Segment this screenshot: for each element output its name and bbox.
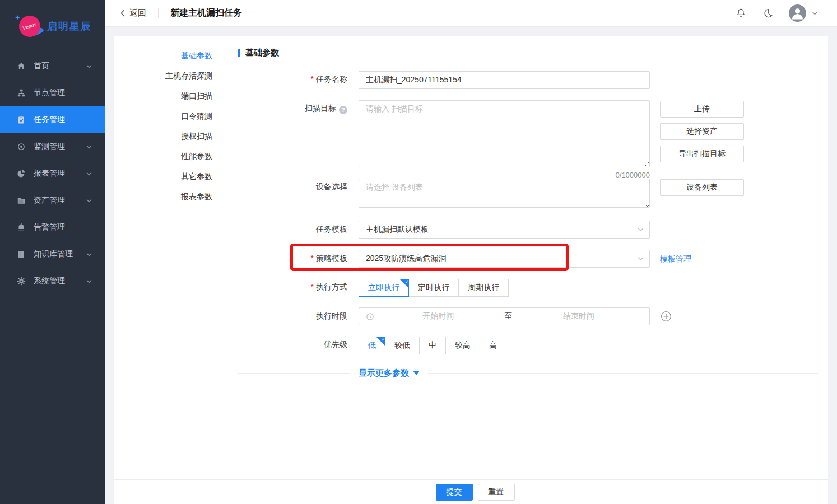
sidebar-item-monitor[interactable]: 监测管理 (0, 133, 105, 160)
policy-template-select[interactable]: 2025攻防演练高危漏洞 (359, 250, 650, 268)
check-icon: ✓ (381, 337, 385, 342)
sidebar-item-label: 告警管理 (34, 222, 105, 232)
brand-name: 启明星辰 (47, 20, 92, 33)
form-footer: 提交 重置 (114, 479, 828, 504)
selected-corner-icon: ✓ (376, 337, 385, 346)
sidebar-item-label: 系统管理 (34, 276, 86, 286)
priority-option-low[interactable]: 低✓ (359, 337, 385, 354)
scan-target-label: 扫描目标? (114, 100, 347, 114)
divider (238, 373, 350, 374)
sidebar-item-label: 知识库管理 (34, 249, 86, 259)
divider (428, 373, 818, 374)
task-name-row: *任务名称 (114, 71, 650, 89)
avatar (789, 4, 806, 22)
required-asterisk: * (311, 74, 314, 83)
exec-mode-option-periodic[interactable]: 周期执行 (458, 279, 509, 297)
submit-button[interactable]: 提交 (436, 484, 473, 501)
user-menu[interactable] (789, 4, 818, 22)
exec-mode-segmented: 立即执行✓ 定时执行 周期执行 (359, 279, 650, 297)
chevron-down-icon (86, 199, 92, 203)
sidebar-item-label: 监测管理 (34, 142, 86, 152)
device-list-button[interactable]: 设备列表 (660, 179, 744, 196)
sidebar: ✦ Venus 启明星辰 首页 节点管理 任务管理 (0, 0, 105, 504)
report-icon (17, 169, 26, 178)
check-icon: ✓ (404, 279, 409, 284)
sidebar-item-label: 节点管理 (34, 88, 105, 98)
device-select-row: 设备选择 (114, 179, 650, 209)
sidebar-item-label: 资产管理 (34, 195, 86, 206)
start-time-placeholder: 开始时间 (374, 311, 503, 321)
task-name-input[interactable] (359, 71, 650, 89)
back-button[interactable]: 返回 (120, 8, 146, 18)
select-assets-button[interactable]: 选择资产 (660, 123, 744, 140)
anchor-basic-params[interactable]: 基础参数 (114, 45, 226, 66)
scan-target-row: 扫描目标? 0/1000000 (114, 100, 650, 179)
sidebar-item-nodes[interactable]: 节点管理 (0, 80, 105, 106)
logo-sparkle-icon: ✦ (15, 13, 21, 22)
template-manage-link[interactable]: 模板管理 (660, 250, 691, 268)
chevron-down-icon (86, 64, 92, 68)
export-targets-button[interactable]: 导出扫描目标 (660, 146, 744, 162)
section-accent-bar (238, 49, 240, 57)
sidebar-item-label: 首页 (34, 61, 86, 71)
upload-button[interactable]: 上传 (660, 101, 744, 118)
sidebar-item-system[interactable]: 系统管理 (0, 268, 105, 295)
help-question-icon[interactable]: ? (339, 106, 347, 114)
logo-venus-text: Venus (22, 21, 37, 31)
chevron-down-icon (638, 256, 644, 261)
priority-option-higher[interactable]: 较高 (445, 337, 480, 354)
sidebar-item-home[interactable]: 首页 (0, 53, 105, 80)
sidebar-item-alerts[interactable]: 告警管理 (0, 214, 105, 241)
content-panel: 基础参数 主机存活探测 端口扫描 口令猜测 授权扫描 性能参数 其它参数 报表参… (114, 36, 828, 504)
sidebar-item-label: 报表管理 (34, 169, 86, 179)
logo-mark: ✦ Venus (15, 13, 44, 39)
priority-option-medium[interactable]: 中 (419, 337, 446, 354)
exec-mode-label: *执行方式 (114, 279, 347, 292)
sidebar-item-label: 任务管理 (34, 115, 105, 125)
back-label: 返回 (129, 8, 146, 18)
alarm-icon (17, 223, 26, 232)
sidebar-item-tasks[interactable]: 任务管理 (0, 106, 105, 133)
more-params-row: 显示更多参数 (238, 367, 818, 379)
task-template-value: 主机漏扫默认模板 (366, 225, 429, 235)
topbar: 返回 新建主机漏扫任务 (105, 0, 837, 27)
chevron-left-icon (120, 10, 125, 17)
add-period-plus-icon[interactable] (661, 311, 672, 322)
policy-template-label: *策略模板 (114, 250, 347, 264)
divider (158, 8, 159, 18)
sidebar-item-reports[interactable]: 报表管理 (0, 160, 105, 187)
time-range-picker[interactable]: 开始时间 至 结束时间 (359, 307, 650, 325)
exec-mode-option-immediate[interactable]: 立即执行✓ (359, 279, 409, 297)
priority-segmented: 低✓ 较低 中 较高 高 (359, 337, 650, 354)
page-title: 新建主机漏扫任务 (170, 7, 242, 19)
logo-venus-ball: Venus (19, 16, 40, 37)
task-template-select[interactable]: 主机漏扫默认模板 (359, 221, 650, 239)
range-separator: 至 (503, 311, 515, 321)
reset-button[interactable]: 重置 (478, 484, 515, 501)
chevron-down-icon (638, 227, 644, 232)
chevron-down-icon (86, 253, 92, 256)
exec-period-label: 执行时段 (114, 307, 347, 321)
sidebar-item-assets[interactable]: 资产管理 (0, 187, 105, 214)
priority-option-high[interactable]: 高 (480, 337, 506, 354)
section-header: 基础参数 (238, 48, 279, 58)
priority-option-lower[interactable]: 较低 (385, 337, 420, 354)
chevron-down-icon (86, 172, 92, 176)
dark-mode-moon-icon[interactable] (762, 7, 774, 20)
exec-mode-option-scheduled[interactable]: 定时执行 (408, 279, 459, 297)
required-asterisk: * (311, 254, 314, 263)
end-time-placeholder: 结束时间 (515, 311, 643, 321)
show-more-params-link[interactable]: 显示更多参数 (359, 368, 420, 379)
priority-label: 优先级 (114, 337, 347, 350)
knowledge-icon (17, 250, 26, 259)
required-asterisk: * (311, 282, 314, 291)
notification-bell-icon[interactable] (735, 7, 747, 20)
task-template-row: 任务模板 主机漏扫默认模板 (114, 221, 650, 239)
exec-period-row: 执行时段 开始时间 至 结束时间 (114, 307, 672, 325)
system-icon (17, 277, 26, 286)
device-select-textarea[interactable] (359, 179, 650, 208)
scan-target-textarea[interactable] (359, 100, 650, 167)
selected-corner-icon: ✓ (399, 279, 409, 288)
sidebar-item-knowledge[interactable]: 知识库管理 (0, 241, 105, 268)
chevron-down-icon (812, 11, 818, 15)
